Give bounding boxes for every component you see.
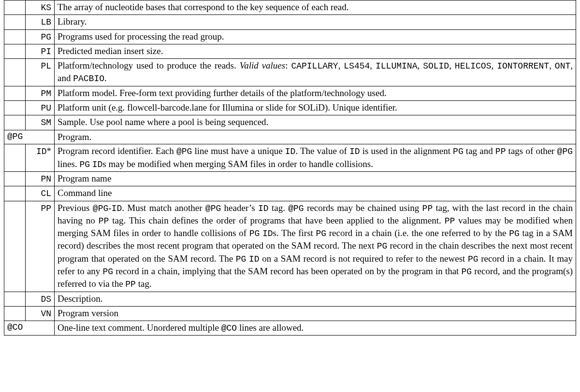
- tag-code: PG: [41, 32, 51, 42]
- tag-cell: SM: [26, 115, 55, 130]
- description-cell: Program record identifier. Each @PG line…: [55, 144, 576, 172]
- indent-cell: [4, 15, 26, 29]
- tag-code: PL: [41, 61, 51, 71]
- table-row: PLPlatform/technology used to produce th…: [4, 59, 576, 86]
- tag-code: LB: [41, 17, 51, 27]
- table-row: PMPlatform model. Free-form text providi…: [4, 86, 576, 100]
- table-row: @PGProgram.: [4, 130, 576, 144]
- tag-cell: LB: [26, 15, 55, 29]
- tag-code: PM: [41, 89, 51, 98]
- tag-code: ID: [36, 147, 47, 156]
- indent-cell: [4, 186, 26, 201]
- tag-code: VN: [41, 309, 51, 319]
- indent-cell: [4, 29, 26, 44]
- tag-cell: DS: [26, 292, 55, 306]
- tag-code: PN: [41, 174, 51, 184]
- description-cell: Library.: [55, 15, 576, 29]
- table-row: @COOne-line text comment. Unordered mult…: [4, 321, 576, 336]
- tag-cell: PN: [26, 171, 55, 186]
- indent-cell: [4, 86, 26, 100]
- tag-cell: KS: [26, 0, 55, 15]
- group-tag: @CO: [4, 321, 55, 336]
- table-row: KSThe array of nucleotide bases that cor…: [4, 0, 576, 15]
- tag-cell: PG: [26, 29, 55, 44]
- indent-cell: [4, 59, 26, 86]
- indent-cell: [4, 306, 26, 321]
- group-tag: @PG: [4, 130, 55, 144]
- description-cell: Program.: [55, 130, 576, 144]
- description-cell: Programs used for processing the read gr…: [55, 29, 576, 44]
- table-row: LBLibrary.: [4, 15, 576, 29]
- page: KSThe array of nucleotide bases that cor…: [0, 0, 580, 339]
- indent-cell: [4, 171, 26, 186]
- tag-cell: PI: [26, 44, 55, 58]
- table-row: PPPrevious @PG-ID. Must match another @P…: [4, 201, 576, 292]
- indent-cell: [4, 292, 26, 306]
- table-row: VNProgram version: [4, 306, 576, 321]
- tag-cell: PL: [26, 59, 55, 86]
- table-row: PGPrograms used for processing the read …: [4, 29, 576, 44]
- table-row: PUPlatform unit (e.g. flowcell-barcode.l…: [4, 101, 576, 115]
- description-cell: Predicted median insert size.: [55, 44, 576, 58]
- table-row: SMSample. Use pool name where a pool is …: [4, 115, 576, 130]
- indent-cell: [4, 201, 26, 292]
- tag-code: PU: [41, 103, 51, 113]
- indent-cell: [4, 144, 26, 172]
- description-cell: Sample. Use pool name where a pool is be…: [55, 115, 576, 130]
- description-cell: Previous @PG-ID. Must match another @PG …: [55, 201, 576, 292]
- tag-code: PP: [41, 204, 51, 213]
- tag-code: CL: [41, 189, 51, 198]
- table-row: ID*Program record identifier. Each @PG l…: [4, 144, 576, 172]
- table-row: PNProgram name: [4, 171, 576, 186]
- table-row: PIPredicted median insert size.: [4, 44, 576, 58]
- indent-cell: [4, 101, 26, 115]
- indent-cell: [4, 115, 26, 130]
- description-cell: Platform/technology used to produce the …: [55, 59, 576, 86]
- description-cell: Program version: [55, 306, 576, 321]
- description-cell: The array of nucleotide bases that corre…: [55, 0, 576, 15]
- table-row: DSDescription.: [4, 292, 576, 306]
- indent-cell: [4, 0, 26, 15]
- description-cell: Platform model. Free-form text providing…: [55, 86, 576, 100]
- description-cell: Description.: [55, 292, 576, 306]
- tag-cell: VN: [26, 306, 55, 321]
- required-star: *: [47, 146, 52, 156]
- description-cell: Command line: [55, 186, 576, 201]
- spec-table: KSThe array of nucleotide bases that cor…: [4, 0, 576, 336]
- description-cell: One-line text comment. Unordered multipl…: [55, 321, 576, 336]
- tag-cell: PU: [26, 101, 55, 115]
- tag-code: PI: [41, 47, 51, 56]
- tag-code: SM: [41, 118, 51, 127]
- tag-cell: PP: [26, 201, 55, 292]
- tag-code: KS: [41, 3, 51, 13]
- table-row: CLCommand line: [4, 186, 576, 201]
- description-cell: Program name: [55, 171, 576, 186]
- tag-cell: ID*: [26, 144, 55, 172]
- description-cell: Platform unit (e.g. flowcell-barcode.lan…: [55, 101, 576, 115]
- tag-cell: CL: [26, 186, 55, 201]
- tag-code: DS: [41, 294, 51, 304]
- indent-cell: [4, 44, 26, 58]
- tag-cell: PM: [26, 86, 55, 100]
